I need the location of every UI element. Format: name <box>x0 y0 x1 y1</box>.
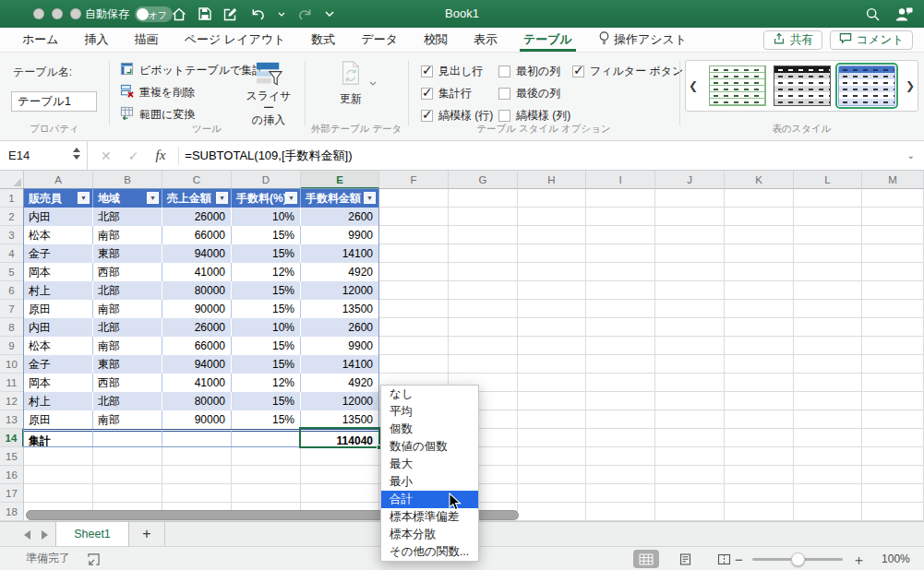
cell[interactable] <box>794 337 862 355</box>
cell[interactable] <box>379 208 449 226</box>
cell[interactable] <box>862 503 924 521</box>
cell[interactable] <box>862 429 924 447</box>
cell[interactable] <box>794 392 862 410</box>
cell[interactable] <box>518 447 586 466</box>
cell[interactable] <box>862 318 924 337</box>
select-all-corner[interactable] <box>0 171 24 189</box>
toolbar-options-chevron-icon[interactable] <box>325 11 334 17</box>
cell[interactable] <box>655 189 725 208</box>
row-header-6[interactable]: 6 <box>0 281 24 300</box>
ribbon-tab-ホーム[interactable]: ホーム <box>9 28 72 52</box>
filter-dropdown-icon[interactable]: ▼ <box>147 192 159 204</box>
row-header-1[interactable]: 1 <box>0 189 24 208</box>
insert-function-icon[interactable]: fx <box>155 148 165 163</box>
cell[interactable] <box>725 429 794 447</box>
cell[interactable] <box>794 429 862 447</box>
row-header-10[interactable]: 10 <box>0 355 24 374</box>
cell[interactable] <box>586 410 655 429</box>
cell[interactable] <box>862 466 924 484</box>
menu-item-平均[interactable]: 平均 <box>381 403 478 421</box>
cell[interactable] <box>655 392 725 410</box>
cell[interactable] <box>794 263 862 281</box>
cell[interactable] <box>794 503 862 521</box>
column-header-G[interactable]: G <box>449 171 518 189</box>
cell[interactable] <box>232 466 301 484</box>
gallery-prev-icon[interactable]: ❮ <box>686 79 701 92</box>
cell[interactable] <box>655 447 725 466</box>
table-header-売上金額[interactable]: 売上金額▼ <box>162 189 232 208</box>
total-row-value-cell[interactable]: 114040 <box>301 429 379 447</box>
cell[interactable] <box>449 281 518 300</box>
cell[interactable]: 北部 <box>93 208 162 226</box>
cell[interactable] <box>862 410 924 429</box>
cell[interactable] <box>655 410 725 429</box>
column-header-E[interactable]: E <box>301 171 379 189</box>
cell[interactable] <box>518 189 586 208</box>
cell[interactable]: 10% <box>232 318 301 337</box>
cell[interactable] <box>862 484 924 503</box>
home-icon[interactable] <box>172 7 186 21</box>
cell[interactable] <box>725 263 794 281</box>
cell[interactable] <box>518 244 586 263</box>
ribbon-tab-挿入[interactable]: 挿入 <box>72 28 122 52</box>
table-header-地域[interactable]: 地域▼ <box>93 189 162 208</box>
normal-view-button[interactable] <box>633 550 659 568</box>
cell[interactable] <box>725 318 794 337</box>
prev-sheet-icon[interactable] <box>24 530 30 540</box>
cell[interactable] <box>794 447 862 466</box>
insert-slicer-button[interactable]: スライサー の挿入 <box>242 60 295 126</box>
cell[interactable]: 80000 <box>162 281 232 300</box>
cell[interactable]: 12000 <box>301 281 379 300</box>
cell[interactable] <box>725 281 794 300</box>
cell[interactable]: 12% <box>232 374 301 392</box>
cell[interactable] <box>93 447 162 466</box>
cell[interactable] <box>379 189 449 208</box>
cell[interactable] <box>449 226 518 244</box>
filter-dropdown-icon[interactable]: ▼ <box>285 192 297 204</box>
cell[interactable]: 原田 <box>24 410 93 429</box>
cell-reference-input[interactable] <box>0 141 65 170</box>
cell[interactable] <box>162 484 232 503</box>
cell[interactable]: 内田 <box>24 318 93 337</box>
column-header-B[interactable]: B <box>93 171 162 189</box>
cell[interactable] <box>725 208 794 226</box>
cell[interactable]: 94000 <box>162 355 232 374</box>
cell[interactable]: 内田 <box>24 208 93 226</box>
cell[interactable]: 90000 <box>162 410 232 429</box>
cell[interactable] <box>725 337 794 355</box>
cell[interactable]: 北部 <box>93 318 162 337</box>
style-option-見出し行[interactable]: 見出し行 <box>421 60 493 82</box>
menu-item-最大[interactable]: 最大 <box>381 456 478 473</box>
cell[interactable] <box>162 447 232 466</box>
cell[interactable]: 4920 <box>301 374 379 392</box>
cell[interactable] <box>518 263 586 281</box>
cell[interactable] <box>794 189 862 208</box>
cell[interactable] <box>655 374 725 392</box>
cell[interactable] <box>862 337 924 355</box>
gallery-next-icon[interactable]: ❯ <box>903 79 918 92</box>
cell[interactable] <box>586 281 655 300</box>
cell[interactable] <box>586 318 655 337</box>
cell[interactable] <box>725 392 794 410</box>
cell[interactable]: 西部 <box>93 374 162 392</box>
cell[interactable] <box>586 429 655 447</box>
search-icon[interactable] <box>866 7 880 21</box>
record-macro-icon[interactable] <box>88 552 100 569</box>
ribbon-tab-操作アシスト[interactable]: 操作アシスト <box>585 28 700 52</box>
page-break-view-button[interactable] <box>711 550 737 568</box>
column-header-A[interactable]: A <box>24 171 93 189</box>
cell[interactable] <box>725 466 794 484</box>
cell[interactable] <box>794 208 862 226</box>
cell[interactable] <box>24 466 93 484</box>
cell[interactable] <box>725 300 794 318</box>
cell[interactable] <box>655 281 725 300</box>
cell[interactable] <box>862 226 924 244</box>
cell[interactable] <box>379 318 449 337</box>
cell[interactable] <box>518 337 586 355</box>
row-header-14[interactable]: 14 <box>0 429 24 447</box>
sheet-tab-sheet1[interactable]: Sheet1 <box>55 522 129 547</box>
cell[interactable]: 14100 <box>301 244 379 263</box>
cell[interactable]: 15% <box>232 355 301 374</box>
cell[interactable] <box>301 484 379 503</box>
ribbon-tab-描画[interactable]: 描画 <box>122 28 172 52</box>
